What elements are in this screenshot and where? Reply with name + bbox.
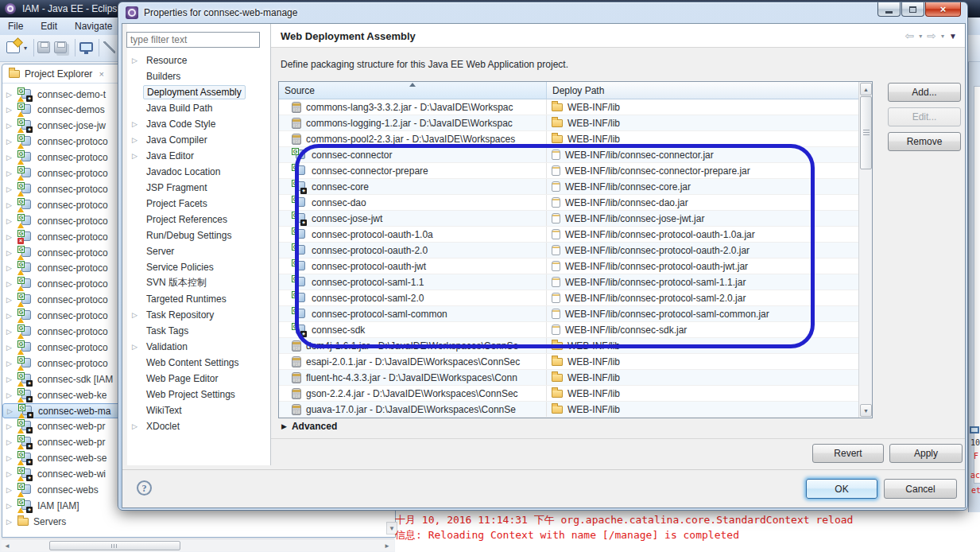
minimize-button[interactable] [877, 2, 901, 17]
table-row[interactable]: Gconnsec-protocol-saml-commonWEB-INF/lib… [279, 306, 859, 322]
column-header-deploy-path[interactable]: Deploy Path [547, 82, 859, 99]
chevron-down-icon[interactable]: ▾ [24, 45, 27, 52]
expand-icon[interactable]: ▷ [6, 344, 17, 352]
expand-icon[interactable]: ▷ [6, 138, 17, 146]
scroll-right-icon[interactable]: ► [384, 542, 390, 550]
explorer-item-connsec-protoco[interactable]: ▷Gconnsec-protoco [2, 325, 108, 340]
explorer-item-servers[interactable]: ▷Servers [2, 514, 66, 529]
explorer-item-connsec-web-pr[interactable]: ▷G*connsec-web-pr [2, 435, 105, 450]
forward-menu-icon[interactable]: ▾ [941, 33, 944, 40]
forward-icon[interactable]: ⇨ [927, 29, 936, 42]
explorer-item-connsec-protoco[interactable]: ▷Gconnsec-protoco [2, 277, 108, 292]
table-row[interactable]: gson-2.2.4.jar - D:\JavaIDE\Workspaces\C… [279, 386, 859, 402]
table-row[interactable]: esapi-2.0.1.jar - D:\JavaIDE\Workspaces\… [279, 354, 859, 370]
maximize-button[interactable] [901, 2, 924, 17]
expand-icon[interactable]: ▷ [6, 169, 17, 177]
mark-occurrences-icon[interactable] [103, 41, 115, 53]
expand-icon[interactable]: ▷ [6, 185, 17, 193]
expand-icon[interactable]: ▷ [6, 328, 17, 336]
save-icon[interactable] [37, 41, 50, 53]
tree-item-task-repository[interactable]: ▷Task Repository [127, 307, 271, 322]
table-row[interactable]: commons-logging-1.2.jar - D:\JavaIDE\Wor… [279, 115, 859, 131]
column-header-source[interactable]: Source [279, 82, 547, 99]
tree-item-task-tags[interactable]: Task Tags [127, 323, 271, 338]
filter-input[interactable] [126, 32, 260, 48]
table-row[interactable]: G*connsec-sdkWEB-INF/lib/connsec-sdk.jar [279, 322, 859, 338]
back-icon[interactable]: ⇦ [905, 29, 915, 42]
expand-icon[interactable]: ▷ [6, 217, 17, 225]
explorer-item-connsec-protoco[interactable]: ▷Gconnsec-protoco [2, 150, 108, 165]
dialog-titlebar[interactable]: Properties for connsec-web-manage [118, 2, 967, 23]
menu-edit[interactable]: Edit [41, 21, 57, 32]
tree-item-jsp-fragment[interactable]: JSP Fragment [127, 180, 271, 195]
expand-icon[interactable]: ▷ [6, 422, 17, 430]
save-all-icon[interactable] [54, 41, 67, 53]
expand-icon[interactable]: ▷ [6, 154, 17, 161]
tree-item-svn[interactable]: SVN 版本控制 [127, 275, 271, 290]
explorer-item-connsec-protoco[interactable]: ▷Gconnsec-protoco [2, 213, 108, 228]
explorer-horizontal-scrollbar[interactable]: ◄ ► [2, 538, 394, 551]
table-row[interactable]: Gconnsec-protocol-oauth-1.0aWEB-INF/lib/… [279, 227, 859, 243]
explorer-item-connsec-web-wi[interactable]: ▷G*connsec-web-wi [2, 467, 106, 482]
expand-icon[interactable]: ▷ [6, 502, 17, 510]
explorer-item-connsec-protoco[interactable]: ▷G×connsec-protoco [2, 229, 108, 244]
console-icon[interactable] [79, 42, 93, 52]
tree-item-java-code-style[interactable]: ▷Java Code Style [127, 116, 271, 131]
expand-icon[interactable]: ▷ [132, 343, 138, 351]
tree-item-project-facets[interactable]: Project Facets [127, 196, 271, 211]
scrollbar-thumb[interactable] [860, 96, 872, 169]
tree-item-server[interactable]: Server [127, 243, 271, 259]
expand-icon[interactable]: ▷ [6, 391, 17, 399]
explorer-item-connsec-protoco[interactable]: ▷Gconnsec-protoco [2, 261, 108, 276]
view-menu-icon[interactable]: ▼ [949, 32, 957, 41]
table-row[interactable]: Gconnsec-protocol-saml-1.1WEB-INF/lib/co… [279, 274, 859, 290]
expand-icon[interactable]: ▷ [7, 407, 18, 415]
expand-icon[interactable]: ▷ [6, 518, 17, 526]
expand-icon[interactable]: ▷ [6, 470, 17, 478]
tree-item-java-compiler[interactable]: ▷Java Compiler [127, 132, 271, 147]
ok-button[interactable]: OK [806, 479, 877, 499]
expand-icon[interactable]: ▷ [6, 264, 17, 272]
expand-icon[interactable]: ▶ [281, 422, 287, 430]
add-button[interactable]: Add... [888, 83, 961, 102]
explorer-item-connsec-protoco[interactable]: ▷Gconnsec-protoco [2, 197, 108, 212]
advanced-section[interactable]: ▶ Advanced [281, 421, 337, 432]
table-row[interactable]: Gconnsec-daoWEB-INF/lib/connsec-dao.jar [279, 195, 859, 211]
explorer-item-connsec-protoco[interactable]: ▷Gconnsec-protoco [2, 293, 108, 308]
table-row[interactable]: guava-17.0.jar - D:\JavaIDE\Workspaces\C… [279, 402, 859, 418]
explorer-item-connsec-protoco[interactable]: ▷Gconnsec-protoco [2, 166, 108, 181]
tree-item-java-editor[interactable]: ▷Java Editor [127, 148, 271, 163]
table-row[interactable]: G*connsec-coreWEB-INF/lib/connsec-core.j… [279, 179, 859, 195]
tree-item-web-content-settings[interactable]: Web Content Settings [127, 355, 271, 370]
expand-icon[interactable]: ▷ [132, 120, 138, 128]
expand-icon[interactable]: ▷ [6, 233, 17, 241]
table-row[interactable]: commons-lang3-3.3.2.jar - D:\JavaIDE\Wor… [279, 99, 859, 115]
expand-icon[interactable]: ▷ [6, 438, 17, 446]
explorer-item-connsec-web-ke[interactable]: ▷G*connsec-web-ke [2, 387, 107, 402]
table-row[interactable]: dom4j-1.6.1.jar - D:\JavaIDE\Workspaces\… [279, 338, 859, 354]
explorer-item-connsec-protoco[interactable]: ▷Gconnsec-protoco [2, 309, 108, 324]
explorer-item-connsec-webs[interactable]: ▷Gconnsec-webs [2, 483, 99, 498]
explorer-item-connsec-demos[interactable]: ▷Gconnsec-demos [2, 103, 105, 118]
tree-item-resource[interactable]: ▷Resource [127, 52, 271, 68]
table-row[interactable]: Gconnsec-protocol-oauth-2.0WEB-INF/lib/c… [279, 243, 859, 259]
expand-icon[interactable]: ▷ [6, 312, 17, 320]
expand-icon[interactable]: ▷ [6, 201, 17, 209]
explorer-item-connsec-protoco[interactable]: ▷Gconnsec-protoco [2, 340, 108, 355]
explorer-item-iam-iam[interactable]: ▷G*IAM [IAM] [2, 498, 79, 513]
tree-item-web-page-editor[interactable]: Web Page Editor [127, 371, 271, 386]
expand-icon[interactable]: ▷ [6, 280, 17, 288]
table-row[interactable]: Gconnsec-protocol-oauth-jwtWEB-INF/lib/c… [279, 259, 859, 274]
tree-item-service-policies[interactable]: Service Policies [127, 259, 271, 274]
tree-item-validation[interactable]: ▷Validation [127, 339, 271, 354]
scroll-left-icon[interactable]: ◄ [4, 542, 10, 550]
tree-item-deployment-assembly[interactable]: Deployment Assembly [127, 84, 271, 99]
expand-icon[interactable]: ▷ [6, 249, 17, 257]
tree-item-run-debug-settings[interactable]: Run/Debug Settings [127, 227, 271, 243]
apply-button[interactable]: Apply [889, 444, 963, 463]
table-row[interactable]: Gconnsec-connectorWEB-INF/lib/connsec-co… [279, 147, 859, 163]
tree-item-javadoc-location[interactable]: Javadoc Location [127, 164, 271, 179]
expand-icon[interactable]: ▷ [6, 122, 17, 130]
expand-icon[interactable]: ▷ [132, 311, 138, 319]
new-wizard-icon[interactable] [6, 41, 20, 53]
